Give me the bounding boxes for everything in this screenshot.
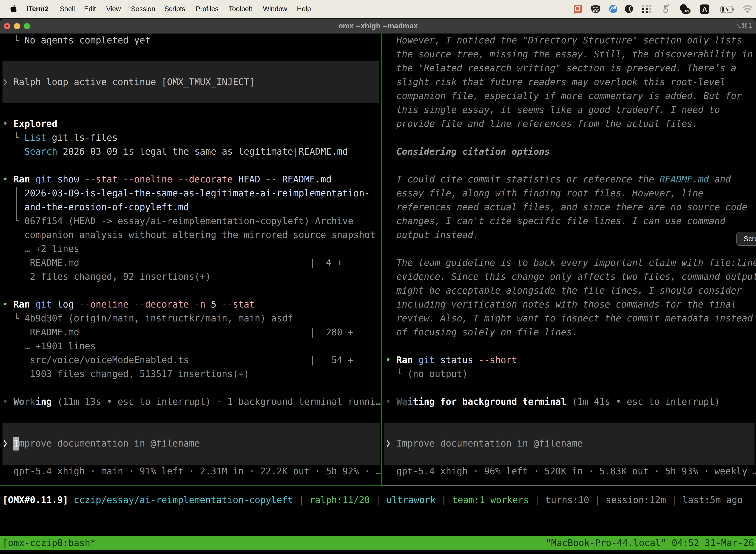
svg-text:..61: ..61 (683, 9, 689, 13)
svg-text:A: A (702, 6, 707, 13)
